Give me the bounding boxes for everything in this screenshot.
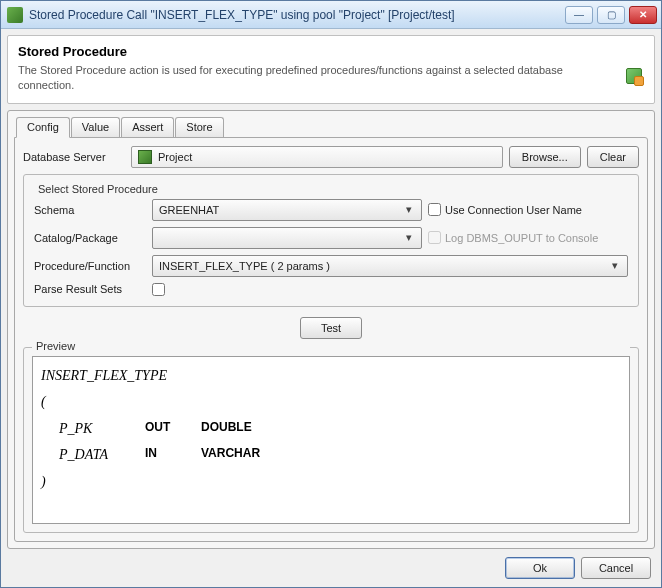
header-panel: Stored Procedure The Stored Procedure ac… [7,35,655,104]
preview-param-row: P_PK OUT DOUBLE [41,416,621,443]
use-connection-user-name-label: Use Connection User Name [445,204,582,216]
app-icon [7,7,23,23]
database-server-label: Database Server [23,151,125,163]
tab-value[interactable]: Value [71,117,120,138]
catalog-label: Catalog/Package [34,232,146,244]
browse-button[interactable]: Browse... [509,146,581,168]
preview-legend: Preview [32,340,630,352]
preview-text[interactable]: INSERT_FLEX_TYPE ( P_PK OUT DOUBLE P_DAT… [32,356,630,524]
cancel-button[interactable]: Cancel [581,557,651,579]
preview-param-dir: OUT [145,416,185,443]
log-dbms-output-label: Log DBMS_OUPUT to Console [445,232,598,244]
maximize-button[interactable]: ▢ [597,6,625,24]
preview-param-type: DOUBLE [201,416,252,443]
parse-result-sets-label: Parse Result Sets [34,283,146,295]
schema-row: Schema GREENHAT ▾ Use Connection User Na… [34,199,628,221]
preview-proc-name: INSERT_FLEX_TYPE [41,363,621,390]
procedure-label: Procedure/Function [34,260,146,272]
ok-button[interactable]: Ok [505,557,575,579]
page-description: The Stored Procedure action is used for … [18,63,578,93]
preview-close-paren: ) [41,469,621,496]
preview-group: Preview INSERT_FLEX_TYPE ( P_PK OUT DOUB… [23,347,639,533]
preview-param-dir: IN [145,442,185,469]
select-stored-procedure-legend: Select Stored Procedure [34,183,162,195]
test-row: Test [23,317,639,339]
database-server-value: Project [158,151,192,163]
schema-label: Schema [34,204,146,216]
chevron-down-icon: ▾ [401,203,417,216]
project-icon [138,150,152,164]
preview-param-type: VARCHAR [201,442,260,469]
preview-param-row: P_DATA IN VARCHAR [41,442,621,469]
chevron-down-icon: ▾ [607,259,623,272]
window-buttons: — ▢ ✕ [565,6,657,24]
parse-result-sets-checkbox[interactable] [152,283,165,296]
tab-config[interactable]: Config [16,117,70,138]
schema-combo[interactable]: GREENHAT ▾ [152,199,422,221]
minimize-button[interactable]: — [565,6,593,24]
clear-button[interactable]: Clear [587,146,639,168]
stored-procedure-icon [626,68,642,84]
catalog-combo[interactable]: ▾ [152,227,422,249]
parse-result-sets-row: Parse Result Sets [34,283,628,296]
database-server-row: Database Server Project Browse... Clear [23,146,639,168]
tab-assert[interactable]: Assert [121,117,174,138]
window-title: Stored Procedure Call "INSERT_FLEX_TYPE"… [29,8,565,22]
close-button[interactable]: ✕ [629,6,657,24]
tabstrip: Config Value Assert Store [14,117,648,138]
log-dbms-output-input [428,231,441,244]
use-connection-user-name-input[interactable] [428,203,441,216]
schema-value: GREENHAT [159,204,219,216]
select-stored-procedure-group: Select Stored Procedure Schema GREENHAT … [23,174,639,307]
chevron-down-icon: ▾ [401,231,417,244]
dialog-window: Stored Procedure Call "INSERT_FLEX_TYPE"… [0,0,662,588]
use-connection-user-name-checkbox[interactable]: Use Connection User Name [428,203,582,216]
dialog-footer: Ok Cancel [7,549,655,581]
titlebar[interactable]: Stored Procedure Call "INSERT_FLEX_TYPE"… [1,1,661,29]
preview-param-name: P_DATA [59,442,129,469]
catalog-row: Catalog/Package ▾ Log DBMS_OUPUT to Cons… [34,227,628,249]
procedure-row: Procedure/Function INSERT_FLEX_TYPE ( 2 … [34,255,628,277]
preview-open-paren: ( [41,389,621,416]
tab-store[interactable]: Store [175,117,223,138]
client-area: Stored Procedure The Stored Procedure ac… [1,29,661,587]
log-dbms-output-checkbox: Log DBMS_OUPUT to Console [428,231,598,244]
database-server-field[interactable]: Project [131,146,503,168]
procedure-value: INSERT_FLEX_TYPE ( 2 params ) [159,260,330,272]
tabpane-config: Database Server Project Browse... Clear … [14,137,648,542]
procedure-combo[interactable]: INSERT_FLEX_TYPE ( 2 params ) ▾ [152,255,628,277]
tabs-container: Config Value Assert Store Database Serve… [7,110,655,549]
test-button[interactable]: Test [300,317,362,339]
preview-param-name: P_PK [59,416,129,443]
page-title: Stored Procedure [18,44,644,59]
